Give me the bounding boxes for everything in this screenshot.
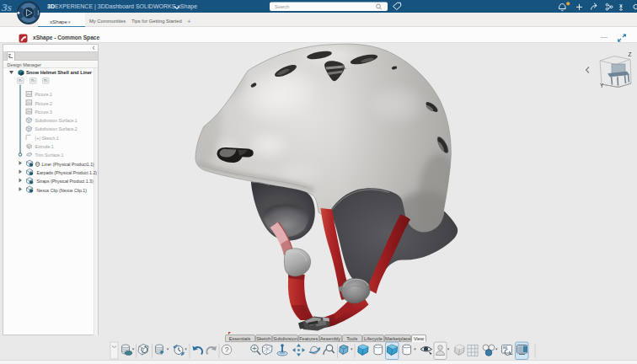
svg-text:Subdivision Surface.1: Subdivision Surface.1: [35, 118, 78, 123]
svg-text:Nexus Clip (Nexus Clip.1): Nexus Clip (Nexus Clip.1): [37, 187, 88, 192]
svg-text:Earpads (Physical Product 1.2): Earpads (Physical Product 1.2): [37, 169, 98, 174]
svg-text:Picture.2: Picture.2: [35, 100, 53, 105]
svg-text:Y: Y: [600, 83, 604, 88]
svg-text:Snow Helmet Shell and Liner: Snow Helmet Shell and Liner: [26, 70, 93, 75]
svg-text:Search: Search: [275, 4, 289, 9]
svg-text:Subdivision Surface.2: Subdivision Surface.2: [35, 126, 78, 131]
svg-text:?: ?: [225, 345, 229, 354]
svg-text:Picture.1: Picture.1: [35, 92, 53, 97]
svg-text:Picture.3: Picture.3: [35, 109, 53, 114]
svg-text:Straps (Physical Product 1.3): Straps (Physical Product 1.3): [37, 179, 94, 184]
svg-text:Extrude.1: Extrude.1: [35, 144, 54, 149]
svg-text:3s: 3s: [1, 1, 12, 13]
svg-text:(+) Sketch.1: (+) Sketch.1: [35, 135, 59, 140]
svg-text:Trim Surface.1: Trim Surface.1: [35, 153, 64, 158]
svg-text:Liner (Physical Product1.1): Liner (Physical Product1.1): [42, 161, 95, 166]
svg-text:Z: Z: [629, 51, 632, 57]
